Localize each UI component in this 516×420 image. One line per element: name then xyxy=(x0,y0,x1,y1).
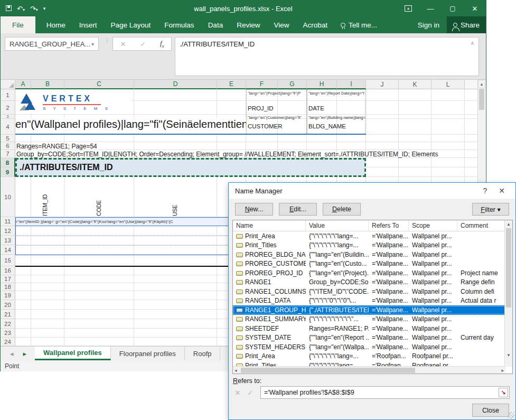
scroll-up-icon[interactable]: ▲ xyxy=(478,80,485,88)
name-row-range1-data[interactable]: RANGE1_DATA{"\"\"\"\"0"\"\"0"\...='Wallp… xyxy=(233,296,505,306)
column-header-J[interactable]: J xyxy=(366,80,399,89)
tab-page-layout[interactable]: Page Layout xyxy=(104,16,158,33)
sheet-tab-floorpanel-profiles[interactable]: Floorpanel profiles xyxy=(111,347,185,360)
row-header-18[interactable]: 18 xyxy=(1,283,15,291)
cell-H1[interactable]: "lang="en"(Report Date)|lang="f xyxy=(308,91,365,96)
row-header-7[interactable]: 7 xyxy=(1,150,15,158)
refers-to-input[interactable]: ='Wallpanel profiles'!$A$8:$I$9 ↘ xyxy=(260,386,510,399)
dialog-close-icon[interactable]: ✕ xyxy=(494,186,509,195)
row-header-15[interactable]: 15 xyxy=(1,255,15,266)
cell-F2[interactable]: PROJ_ID xyxy=(248,105,274,111)
cell-H4[interactable]: BLDG_NAME xyxy=(308,123,346,129)
filter-button[interactable]: Filter ▾ xyxy=(472,203,509,216)
sign-in-button[interactable]: Sign in xyxy=(410,16,447,33)
commit-refers-icon[interactable]: ✓ xyxy=(245,387,256,398)
name-row-range1-summary[interactable]: RANGE1_SUMMARY{"\"\"\"\"\"\"\"\"\"\"...=… xyxy=(233,315,505,324)
close-dialog-button[interactable]: Close xyxy=(472,404,509,417)
scrollbar-thumb[interactable] xyxy=(479,89,484,110)
new-button[interactable]: New... xyxy=(235,203,273,216)
col-header-refers[interactable]: Refers To xyxy=(369,220,409,231)
sheet-nav-left-icon[interactable]: ◂ xyxy=(10,350,14,358)
name-row-print-area[interactable]: Print_Area{"\"\"\"\"\"\"lang=...='Roofpa… xyxy=(233,352,505,361)
row-header-19[interactable]: 19 xyxy=(1,291,15,300)
tab-data[interactable]: Data xyxy=(201,16,230,33)
tab-formulas[interactable]: Formulas xyxy=(157,16,201,33)
column-header-I[interactable]: I xyxy=(337,80,366,89)
scrollbar-thumb[interactable] xyxy=(241,368,415,373)
name-row-proreg-bldg-name[interactable]: PROREG_BLDG_NAME{""lang="en"(Buildin...=… xyxy=(233,250,505,259)
row-header-9[interactable]: 9 xyxy=(1,167,15,177)
close-button[interactable]: ✕ xyxy=(464,1,486,16)
row-header-6[interactable]: 6 xyxy=(1,142,15,150)
name-row-proreg-customer[interactable]: PROREG_CUSTOMER{""lang="en"(Custo...='Wa… xyxy=(233,259,505,269)
name-box[interactable]: RANGE1_GROUP_HEA... ▾ xyxy=(5,37,99,51)
col-header-scope[interactable]: Scope xyxy=(409,220,457,231)
row-header-1[interactable]: 1 xyxy=(1,89,15,101)
row-header-12[interactable]: 12 xyxy=(1,226,15,236)
cell-F4[interactable]: CUSTOMER xyxy=(248,123,283,129)
enter-formula-icon[interactable]: ✓ xyxy=(140,40,146,48)
collapse-range-picker-icon[interactable]: ↘ xyxy=(499,388,508,397)
name-row-range1-group-hea-[interactable]: RANGE1_GROUP_HEA...{"./ATTRIBUTES/ITEM..… xyxy=(233,305,505,315)
rotated-header-code[interactable]: CODE xyxy=(96,179,102,216)
cell-A4-title[interactable]: en"(Wallpanel profiles)|lang="fi"(Seinäe… xyxy=(15,118,246,134)
scrollbar-thumb[interactable] xyxy=(506,228,511,307)
row-header-5[interactable]: 5 xyxy=(1,135,15,142)
row-header-14[interactable]: 14 xyxy=(1,245,15,255)
row-header-20[interactable]: 20 xyxy=(1,300,15,310)
column-header-B[interactable]: B xyxy=(31,80,64,89)
row-header-11[interactable]: 11 xyxy=(1,217,15,226)
row-header-13[interactable]: 13 xyxy=(1,236,15,245)
redo-icon[interactable]: ↷▾ xyxy=(30,5,38,13)
dialog-help-icon[interactable]: ? xyxy=(475,186,494,195)
name-row-sheetdef[interactable]: SHEETDEFRanges=RANGE1; P...='Wallpane...… xyxy=(233,324,505,333)
column-header-D[interactable]: D xyxy=(134,80,217,89)
tab-review[interactable]: Review xyxy=(230,16,267,33)
name-row-proreg-proj-id[interactable]: PROREG_PROJ_ID{""lang="en"(Project)...='… xyxy=(233,268,505,278)
customize-qat-icon[interactable]: ▾ xyxy=(43,6,46,11)
cell-A7[interactable]: Group_by=CODE;Sort=ITEM_ID|LENGTH; Order… xyxy=(16,151,478,158)
row-header-10[interactable]: 10 xyxy=(1,177,15,217)
tab-insert[interactable]: Insert xyxy=(72,16,104,33)
tab-acrobat[interactable]: Acrobat xyxy=(296,16,334,33)
rotated-header-use[interactable]: USE xyxy=(172,179,178,216)
column-header-F[interactable]: F xyxy=(246,80,278,89)
maximize-button[interactable]: ▢ xyxy=(442,1,464,16)
row-header-4[interactable]: 4 xyxy=(1,119,15,135)
cell-F1[interactable]: "lang="en"(Project)|lang="fi"(P xyxy=(248,91,306,96)
scroll-up-icon[interactable]: ▲ xyxy=(505,220,512,228)
tab-view[interactable]: View xyxy=(267,16,296,33)
edit-button[interactable]: Edit... xyxy=(279,203,317,216)
insert-function-icon[interactable]: fx xyxy=(160,39,164,49)
column-header-G[interactable]: G xyxy=(278,80,307,89)
name-row-print-titles[interactable]: Print_Titles{"\"\"\"\"\"\"lang=...='Wall… xyxy=(233,241,505,250)
row-header-21[interactable]: 21 xyxy=(1,310,15,319)
sheet-tab-roofpanel-profiles[interactable]: Roofp xyxy=(185,347,221,360)
minimize-button[interactable]: — xyxy=(419,1,442,16)
column-header-E[interactable]: E xyxy=(217,80,246,89)
name-row-system-headers[interactable]: SYSTEM_HEADERS{""lang="en"(Wallpa...='Wa… xyxy=(233,342,505,352)
tab-home[interactable]: Home xyxy=(40,16,72,33)
row-header-23[interactable]: 23 xyxy=(1,329,15,338)
name-row-system-date[interactable]: SYSTEM_DATE{""lang="en"(Report ...='Wall… xyxy=(233,333,505,343)
save-icon[interactable] xyxy=(6,5,12,13)
formula-input[interactable]: ./ATTRIBUTES/ITEM_ID ∧ xyxy=(175,37,479,76)
delete-button[interactable]: Delete xyxy=(323,203,361,216)
column-header-K[interactable]: K xyxy=(399,80,431,89)
tab-file[interactable]: File xyxy=(1,16,35,33)
scroll-left-icon[interactable]: ◂ xyxy=(233,368,239,373)
tell-me-box[interactable]: Tell me... xyxy=(334,16,383,33)
cancel-refers-icon[interactable]: ✕ xyxy=(232,387,243,398)
sheet-nav-right-icon[interactable]: ▸ xyxy=(23,350,27,358)
share-button[interactable]: Share xyxy=(447,16,486,33)
rotated-header-item-id[interactable]: ITEM_ID xyxy=(42,179,48,216)
column-header-L[interactable]: L xyxy=(431,80,465,89)
select-all-corner[interactable] xyxy=(1,80,15,89)
selected-range-A8-I9[interactable]: ./ATTRIBUTES/ITEM_ID xyxy=(15,158,366,177)
col-header-value[interactable]: Value xyxy=(306,220,369,231)
scroll-down-icon[interactable]: ▼ xyxy=(505,351,512,359)
dialog-title-bar[interactable]: Name Manager ? ✕ xyxy=(229,183,515,199)
row-header-24[interactable]: 24 xyxy=(1,338,15,346)
row-header-16[interactable]: 16 xyxy=(1,266,15,275)
column-header-H[interactable]: H xyxy=(307,80,337,89)
